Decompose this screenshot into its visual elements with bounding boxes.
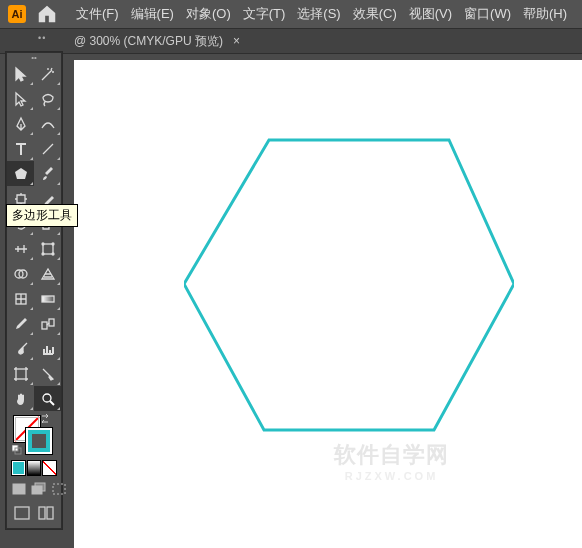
menu-select[interactable]: 选择(S) bbox=[291, 5, 346, 23]
paintbrush-tool[interactable] bbox=[34, 161, 61, 186]
selection-tool[interactable] bbox=[7, 61, 34, 86]
menu-edit[interactable]: 编辑(E) bbox=[125, 5, 180, 23]
svg-point-5 bbox=[42, 253, 44, 255]
menu-view[interactable]: 视图(V) bbox=[403, 5, 458, 23]
polygon-tool[interactable] bbox=[7, 161, 34, 186]
document-tab-bar: @ 300% (CMYK/GPU 预览) × bbox=[0, 29, 582, 54]
watermark-line1: 软件自学网 bbox=[334, 440, 449, 470]
panel-grip-icon[interactable]: •• bbox=[7, 53, 61, 61]
blend-tool[interactable] bbox=[34, 311, 61, 336]
svg-rect-22 bbox=[15, 507, 29, 519]
edit-toolbar-icon[interactable] bbox=[36, 504, 58, 522]
slice-tool[interactable] bbox=[34, 361, 61, 386]
panel-grip-icon[interactable]: •• bbox=[38, 33, 46, 43]
home-icon[interactable] bbox=[36, 3, 58, 25]
screen-mode-row bbox=[7, 501, 61, 528]
svg-rect-21 bbox=[53, 484, 65, 494]
app-root: Ai 文件(F) 编辑(E) 对象(O) 文字(T) 选择(S) 效果(C) 视… bbox=[0, 0, 582, 548]
hexagon-shape[interactable] bbox=[184, 134, 514, 434]
svg-point-4 bbox=[52, 243, 54, 245]
menu-window[interactable]: 窗口(W) bbox=[458, 5, 517, 23]
width-tool[interactable] bbox=[7, 236, 34, 261]
menu-object[interactable]: 对象(O) bbox=[180, 5, 237, 23]
perspective-grid-tool[interactable] bbox=[34, 261, 61, 286]
svg-rect-12 bbox=[49, 319, 54, 326]
svg-rect-18 bbox=[13, 484, 25, 494]
menu-bar: Ai 文件(F) 编辑(E) 对象(O) 文字(T) 选择(S) 效果(C) 视… bbox=[0, 0, 582, 29]
svg-rect-24 bbox=[47, 507, 53, 519]
draw-inside-icon[interactable] bbox=[51, 481, 67, 497]
app-logo: Ai bbox=[8, 5, 26, 23]
curvature-tool[interactable] bbox=[34, 111, 61, 136]
hand-tool[interactable] bbox=[7, 386, 34, 411]
swap-fill-stroke-icon[interactable] bbox=[41, 413, 51, 423]
tools-panel: •• bbox=[6, 52, 62, 529]
watermark-line2: RJZXW.COM bbox=[334, 470, 449, 482]
document-tab-label: @ 300% (CMYK/GPU 预览) bbox=[74, 33, 223, 50]
menu-file[interactable]: 文件(F) bbox=[70, 5, 125, 23]
tooltip-polygon: 多边形工具 bbox=[6, 204, 78, 227]
svg-rect-2 bbox=[43, 244, 53, 254]
direct-selection-tool[interactable] bbox=[7, 86, 34, 111]
symbol-sprayer-tool[interactable] bbox=[7, 336, 34, 361]
draw-behind-icon[interactable] bbox=[31, 481, 47, 497]
menu-type[interactable]: 文字(T) bbox=[237, 5, 292, 23]
type-tool[interactable] bbox=[7, 136, 34, 161]
color-mode-solid[interactable] bbox=[11, 460, 26, 476]
svg-marker-0 bbox=[184, 140, 514, 430]
watermark: 软件自学网 RJZXW.COM bbox=[334, 440, 449, 482]
color-mode-row bbox=[7, 457, 61, 479]
close-tab-icon[interactable]: × bbox=[233, 34, 240, 48]
shape-builder-tool[interactable] bbox=[7, 261, 34, 286]
draw-mode-row bbox=[7, 479, 61, 501]
fill-stroke-area bbox=[7, 411, 61, 457]
svg-rect-11 bbox=[42, 322, 47, 329]
svg-rect-10 bbox=[42, 296, 54, 302]
stroke-swatch[interactable] bbox=[25, 427, 53, 455]
svg-point-14 bbox=[43, 394, 51, 402]
eyedropper-tool[interactable] bbox=[7, 311, 34, 336]
svg-point-6 bbox=[52, 253, 54, 255]
menu-effect[interactable]: 效果(C) bbox=[347, 5, 403, 23]
color-mode-none[interactable] bbox=[42, 460, 57, 476]
svg-rect-20 bbox=[32, 486, 42, 494]
document-tab[interactable]: @ 300% (CMYK/GPU 预览) × bbox=[74, 33, 240, 50]
zoom-tool[interactable] bbox=[34, 386, 61, 411]
gradient-tool[interactable] bbox=[34, 286, 61, 311]
artboard-tool[interactable] bbox=[7, 361, 34, 386]
color-mode-gradient[interactable] bbox=[27, 460, 42, 476]
default-fill-stroke-icon[interactable] bbox=[12, 445, 22, 455]
pen-tool[interactable] bbox=[7, 111, 34, 136]
menu-help[interactable]: 帮助(H) bbox=[517, 5, 573, 23]
lasso-tool[interactable] bbox=[34, 86, 61, 111]
graph-tool[interactable] bbox=[34, 336, 61, 361]
screen-mode-icon[interactable] bbox=[11, 504, 33, 522]
svg-marker-1 bbox=[15, 168, 27, 179]
svg-rect-13 bbox=[16, 369, 26, 379]
free-transform-tool[interactable] bbox=[34, 236, 61, 261]
canvas[interactable]: 软件自学网 RJZXW.COM bbox=[74, 60, 582, 548]
mesh-tool[interactable] bbox=[7, 286, 34, 311]
draw-normal-icon[interactable] bbox=[11, 481, 27, 497]
magic-wand-tool[interactable] bbox=[34, 61, 61, 86]
svg-point-3 bbox=[42, 243, 44, 245]
svg-rect-23 bbox=[39, 507, 45, 519]
line-tool[interactable] bbox=[34, 136, 61, 161]
